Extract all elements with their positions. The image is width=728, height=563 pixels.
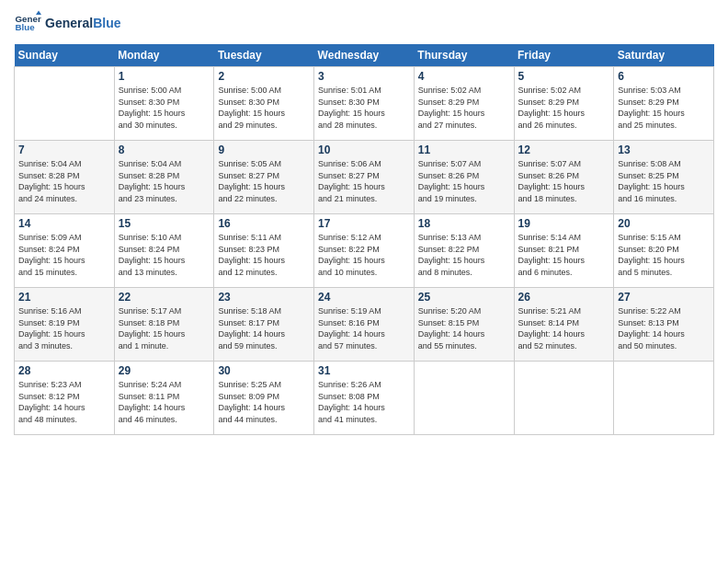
day-number: 4 <box>418 70 510 83</box>
day-number: 1 <box>119 70 210 83</box>
calendar-cell: 8Sunrise: 5:04 AM Sunset: 8:28 PM Daylig… <box>114 141 214 214</box>
day-number: 27 <box>618 291 710 304</box>
day-number: 13 <box>618 144 710 156</box>
day-info: Sunrise: 5:19 AM Sunset: 8:16 PM Dayligh… <box>318 305 410 351</box>
column-header-monday: Monday <box>114 44 214 67</box>
calendar-cell: 21Sunrise: 5:16 AM Sunset: 8:19 PM Dayli… <box>15 288 115 362</box>
calendar-cell: 13Sunrise: 5:08 AM Sunset: 8:25 PM Dayli… <box>614 141 714 214</box>
day-info: Sunrise: 5:25 AM Sunset: 8:09 PM Dayligh… <box>218 379 310 425</box>
column-header-wednesday: Wednesday <box>314 44 415 67</box>
day-info: Sunrise: 5:26 AM Sunset: 8:08 PM Dayligh… <box>318 379 410 425</box>
logo-general: General <box>45 16 93 30</box>
day-number: 26 <box>518 291 610 304</box>
calendar-cell: 4Sunrise: 5:02 AM Sunset: 8:29 PM Daylig… <box>414 67 514 141</box>
calendar-cell: 15Sunrise: 5:10 AM Sunset: 8:24 PM Dayli… <box>114 214 214 288</box>
calendar-week-4: 21Sunrise: 5:16 AM Sunset: 8:19 PM Dayli… <box>15 288 714 362</box>
day-info: Sunrise: 5:12 AM Sunset: 8:22 PM Dayligh… <box>318 232 410 278</box>
day-info: Sunrise: 5:22 AM Sunset: 8:13 PM Dayligh… <box>618 305 710 351</box>
calendar-table: SundayMondayTuesdayWednesdayThursdayFrid… <box>14 44 714 435</box>
page-container: General Blue GeneralBlue SundayMondayTue… <box>0 0 728 444</box>
day-number: 23 <box>218 291 310 304</box>
calendar-cell: 22Sunrise: 5:17 AM Sunset: 8:18 PM Dayli… <box>114 288 214 362</box>
day-number: 18 <box>418 217 510 230</box>
day-info: Sunrise: 5:02 AM Sunset: 8:29 PM Dayligh… <box>418 85 510 131</box>
day-info: Sunrise: 5:18 AM Sunset: 8:17 PM Dayligh… <box>218 305 310 351</box>
day-number: 8 <box>119 144 210 156</box>
day-info: Sunrise: 5:15 AM Sunset: 8:20 PM Dayligh… <box>618 232 710 278</box>
day-info: Sunrise: 5:14 AM Sunset: 8:21 PM Dayligh… <box>518 232 610 278</box>
day-number: 12 <box>518 144 610 156</box>
calendar-header-row: SundayMondayTuesdayWednesdayThursdayFrid… <box>15 44 714 67</box>
day-info: Sunrise: 5:07 AM Sunset: 8:26 PM Dayligh… <box>518 158 610 204</box>
page-header: General Blue GeneralBlue <box>14 9 714 37</box>
calendar-cell: 3Sunrise: 5:01 AM Sunset: 8:30 PM Daylig… <box>314 67 415 141</box>
logo-icon: General Blue <box>14 9 41 37</box>
calendar-cell: 16Sunrise: 5:11 AM Sunset: 8:23 PM Dayli… <box>214 214 314 288</box>
calendar-cell: 2Sunrise: 5:00 AM Sunset: 8:30 PM Daylig… <box>214 67 314 141</box>
calendar-cell: 12Sunrise: 5:07 AM Sunset: 8:26 PM Dayli… <box>514 141 614 214</box>
day-number: 30 <box>218 364 310 377</box>
day-info: Sunrise: 5:11 AM Sunset: 8:23 PM Dayligh… <box>218 232 310 278</box>
day-info: Sunrise: 5:24 AM Sunset: 8:11 PM Dayligh… <box>119 379 210 425</box>
calendar-week-2: 7Sunrise: 5:04 AM Sunset: 8:28 PM Daylig… <box>15 141 714 214</box>
calendar-cell <box>15 67 115 141</box>
calendar-cell: 24Sunrise: 5:19 AM Sunset: 8:16 PM Dayli… <box>314 288 415 362</box>
day-info: Sunrise: 5:00 AM Sunset: 8:30 PM Dayligh… <box>218 85 310 131</box>
calendar-cell: 29Sunrise: 5:24 AM Sunset: 8:11 PM Dayli… <box>114 362 214 435</box>
calendar-cell: 17Sunrise: 5:12 AM Sunset: 8:22 PM Dayli… <box>314 214 415 288</box>
day-number: 22 <box>119 291 210 304</box>
day-number: 10 <box>318 144 410 156</box>
day-number: 14 <box>18 217 110 230</box>
calendar-cell: 5Sunrise: 5:02 AM Sunset: 8:29 PM Daylig… <box>514 67 614 141</box>
day-info: Sunrise: 5:23 AM Sunset: 8:12 PM Dayligh… <box>18 379 110 425</box>
day-info: Sunrise: 5:10 AM Sunset: 8:24 PM Dayligh… <box>119 232 210 278</box>
calendar-cell: 11Sunrise: 5:07 AM Sunset: 8:26 PM Dayli… <box>414 141 514 214</box>
day-number: 9 <box>218 144 310 156</box>
calendar-cell: 10Sunrise: 5:06 AM Sunset: 8:27 PM Dayli… <box>314 141 415 214</box>
day-info: Sunrise: 5:06 AM Sunset: 8:27 PM Dayligh… <box>318 158 410 204</box>
calendar-cell: 6Sunrise: 5:03 AM Sunset: 8:29 PM Daylig… <box>614 67 714 141</box>
calendar-cell <box>514 362 614 435</box>
column-header-friday: Friday <box>514 44 614 67</box>
calendar-cell: 1Sunrise: 5:00 AM Sunset: 8:30 PM Daylig… <box>114 67 214 141</box>
column-header-saturday: Saturday <box>614 44 714 67</box>
column-header-tuesday: Tuesday <box>214 44 314 67</box>
day-info: Sunrise: 5:02 AM Sunset: 8:29 PM Dayligh… <box>518 85 610 131</box>
day-info: Sunrise: 5:21 AM Sunset: 8:14 PM Dayligh… <box>518 305 610 351</box>
day-info: Sunrise: 5:04 AM Sunset: 8:28 PM Dayligh… <box>119 158 210 204</box>
calendar-cell: 7Sunrise: 5:04 AM Sunset: 8:28 PM Daylig… <box>15 141 115 214</box>
day-number: 28 <box>18 364 110 377</box>
calendar-cell <box>414 362 514 435</box>
calendar-cell: 20Sunrise: 5:15 AM Sunset: 8:20 PM Dayli… <box>614 214 714 288</box>
day-number: 5 <box>518 70 610 83</box>
day-info: Sunrise: 5:00 AM Sunset: 8:30 PM Dayligh… <box>119 85 210 131</box>
day-number: 19 <box>518 217 610 230</box>
calendar-cell: 14Sunrise: 5:09 AM Sunset: 8:24 PM Dayli… <box>15 214 115 288</box>
day-number: 3 <box>318 70 410 83</box>
calendar-cell: 25Sunrise: 5:20 AM Sunset: 8:15 PM Dayli… <box>414 288 514 362</box>
day-info: Sunrise: 5:04 AM Sunset: 8:28 PM Dayligh… <box>18 158 110 204</box>
day-number: 16 <box>218 217 310 230</box>
day-info: Sunrise: 5:01 AM Sunset: 8:30 PM Dayligh… <box>318 85 410 131</box>
column-header-thursday: Thursday <box>414 44 514 67</box>
calendar-cell: 19Sunrise: 5:14 AM Sunset: 8:21 PM Dayli… <box>514 214 614 288</box>
day-number: 21 <box>18 291 110 304</box>
day-info: Sunrise: 5:03 AM Sunset: 8:29 PM Dayligh… <box>618 85 710 131</box>
day-info: Sunrise: 5:07 AM Sunset: 8:26 PM Dayligh… <box>418 158 510 204</box>
day-info: Sunrise: 5:09 AM Sunset: 8:24 PM Dayligh… <box>18 232 110 278</box>
day-info: Sunrise: 5:20 AM Sunset: 8:15 PM Dayligh… <box>418 305 510 351</box>
calendar-cell: 9Sunrise: 5:05 AM Sunset: 8:27 PM Daylig… <box>214 141 314 214</box>
calendar-cell <box>614 362 714 435</box>
day-number: 6 <box>618 70 710 83</box>
calendar-cell: 30Sunrise: 5:25 AM Sunset: 8:09 PM Dayli… <box>214 362 314 435</box>
day-info: Sunrise: 5:08 AM Sunset: 8:25 PM Dayligh… <box>618 158 710 204</box>
logo: General Blue GeneralBlue <box>14 9 120 37</box>
day-number: 20 <box>618 217 710 230</box>
day-info: Sunrise: 5:16 AM Sunset: 8:19 PM Dayligh… <box>18 305 110 351</box>
logo-blue: Blue <box>93 16 120 30</box>
day-number: 15 <box>119 217 210 230</box>
calendar-week-3: 14Sunrise: 5:09 AM Sunset: 8:24 PM Dayli… <box>15 214 714 288</box>
calendar-cell: 31Sunrise: 5:26 AM Sunset: 8:08 PM Dayli… <box>314 362 415 435</box>
calendar-cell: 28Sunrise: 5:23 AM Sunset: 8:12 PM Dayli… <box>15 362 115 435</box>
calendar-cell: 26Sunrise: 5:21 AM Sunset: 8:14 PM Dayli… <box>514 288 614 362</box>
